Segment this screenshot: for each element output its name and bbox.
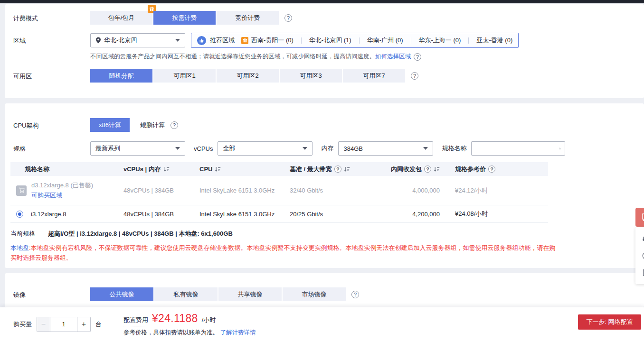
how-to-choose-region-link[interactable]: 如何选择区域 xyxy=(375,53,411,61)
help-center-button[interactable]: ? xyxy=(635,247,644,264)
memory-filter-label: 内存 xyxy=(321,144,333,153)
region-option-shanghai1[interactable]: 华东-上海一 (0) xyxy=(419,36,461,45)
billing-help-icon[interactable]: ? xyxy=(284,14,292,22)
billing-mode-tabs: 包年/包月 按需计费 竞价计费 xyxy=(90,11,279,25)
divider xyxy=(301,37,302,44)
current-spec-row: 当前规格 超高I/O型 | i3.12xlarge.8 | 48vCPUs | … xyxy=(10,230,644,238)
quantity-input[interactable] xyxy=(50,317,77,332)
image-config-card: 镜像 公共镜像 私有镜像 共享镜像 市场镜像 ? xyxy=(5,273,644,307)
billing-mode-label: 计费模式 xyxy=(5,11,90,23)
quantity-decrease-button[interactable]: − xyxy=(37,317,50,332)
soldout-cart-icon xyxy=(16,185,27,196)
az-tabs: 随机分配 可用区1 可用区2 可用区3 可用区7 xyxy=(90,69,405,83)
current-spec-label: 当前规格 xyxy=(10,230,48,238)
chevron-down-icon xyxy=(175,147,180,150)
az-help-icon[interactable]: ? xyxy=(411,72,418,80)
current-spec-value: 超高I/O型 | i3.12xlarge.8 | 48vCPUs | 384GB… xyxy=(48,230,233,238)
col-header-pps: 内网收发包 ? xyxy=(361,165,451,174)
image-help-icon[interactable]: ? xyxy=(351,291,359,298)
col-header-cpu: CPU xyxy=(199,166,290,173)
region-select[interactable]: 华北-北京四 xyxy=(90,33,185,47)
feedback-button[interactable] xyxy=(635,264,644,281)
local-disk-link[interactable]: 本地盘 xyxy=(10,244,29,251)
tab-spot[interactable]: 竞价计费 xyxy=(217,11,279,25)
flavor-vcpu-mem: 48vCPUs | 384GB xyxy=(123,211,199,218)
divider xyxy=(411,37,411,44)
flavor-row-d3[interactable]: d3.12xlarge.8 (已售罄) 可购买区域 48vCPUs | 384G… xyxy=(10,176,548,205)
quantity-increase-button[interactable]: + xyxy=(77,317,90,332)
gift-promo-icon xyxy=(241,37,248,44)
region-label: 区域 xyxy=(5,33,90,45)
region-select-value: 华北-北京四 xyxy=(104,36,172,45)
tab-prepaid[interactable]: 包年/包月 xyxy=(90,11,152,25)
series-select[interactable]: 最新系列 xyxy=(90,141,185,156)
billing-details-link[interactable]: 了解计费详情 xyxy=(220,329,256,336)
az-label: 可用区 xyxy=(5,69,90,81)
hotline-button[interactable] xyxy=(635,230,644,247)
flavor-name: d3.12xlarge.8 (已售罄) xyxy=(31,181,93,190)
chevron-down-icon xyxy=(303,147,307,150)
cpu-arch-help-icon[interactable]: ? xyxy=(170,121,178,129)
basic-config-card: 计费模式 包年/包月 按需计费 竞价计费 ? 区域 华北-北京四 推荐区域 xyxy=(5,4,644,98)
fee-block: 配置费用 ¥24.1188 /小时 参考价格，具体扣费请以账单为准。 了解计费详… xyxy=(123,312,256,337)
sort-icon[interactable] xyxy=(434,166,440,172)
next-step-button[interactable]: 下一步: 网络配置 xyxy=(578,314,641,330)
config-fee-label: 配置费用 xyxy=(123,316,148,326)
sort-icon[interactable] xyxy=(344,166,350,172)
tab-ondemand[interactable]: 按需计费 xyxy=(153,11,216,25)
region-option-guangzhou[interactable]: 华南-广州 (0) xyxy=(367,36,403,45)
spec-label: 规格 xyxy=(5,141,90,153)
purchase-footer-bar: 购买量 − + 台 配置费用 ¥24.1188 /小时 参考价格，具体扣费请以账… xyxy=(0,307,644,341)
headset-icon xyxy=(642,235,644,242)
image-tab-public[interactable]: 公共镜像 xyxy=(90,287,153,301)
flavor-bandwidth: 32/40 Gbit/s xyxy=(290,187,361,194)
region-option-hongkong[interactable]: 亚太-香港 (0) xyxy=(476,36,512,45)
region-option-beijing4[interactable]: 华北-北京四 (1) xyxy=(309,36,351,45)
chat-support-button[interactable] xyxy=(635,208,644,227)
flavor-pps: 4,000,000 xyxy=(361,187,451,194)
config-fee-unit: /小时 xyxy=(202,316,216,324)
flavor-cpu: Intel SkyLake 6151 3.0GHz xyxy=(199,187,290,194)
pps-help-icon[interactable]: ? xyxy=(424,166,431,173)
az-tab-3[interactable]: 可用区3 xyxy=(280,69,342,83)
spec-name-search-input[interactable] xyxy=(475,142,559,155)
cpu-arch-kunpeng-button[interactable]: 鲲鹏计算 xyxy=(140,118,165,132)
az-tab-7[interactable]: 可用区7 xyxy=(343,69,405,83)
search-icon[interactable] xyxy=(559,145,561,152)
flavor-table-header: 规格名称 vCPUs | 内存 CPU 基准 / 最大带宽 ? 内网收发包 ? … xyxy=(10,162,548,176)
az-tab-2[interactable]: 可用区2 xyxy=(217,69,279,83)
vcpus-select[interactable]: 全部 xyxy=(218,141,313,156)
col-header-name: 规格名称 xyxy=(10,165,123,174)
region-hint: 不同区域的云服务产品之间内网互不相通；请就近选择靠近您业务的区域，可减少网络时延… xyxy=(90,53,644,61)
price-help-icon[interactable]: ? xyxy=(488,166,495,173)
memory-select[interactable]: 384GB xyxy=(338,141,433,156)
radio-selected-icon[interactable] xyxy=(16,211,23,218)
vcpus-filter-label: vCPUs xyxy=(194,145,213,152)
spec-name-filter-label: 规格名称 xyxy=(442,144,466,153)
chevron-down-icon xyxy=(175,39,180,42)
chevron-down-icon xyxy=(423,147,428,150)
region-option-guiyang[interactable]: 西南-贵阳一 (0) xyxy=(241,36,294,45)
image-tab-marketplace[interactable]: 市场镜像 xyxy=(283,287,346,301)
image-tab-private[interactable]: 私有镜像 xyxy=(154,287,218,301)
sort-icon[interactable] xyxy=(163,166,170,172)
flavor-cpu: Intel SkyLake 6151 3.0GHz xyxy=(199,211,290,218)
sort-icon[interactable] xyxy=(215,166,221,172)
divider xyxy=(468,37,469,44)
bandwidth-help-icon[interactable]: ? xyxy=(334,166,341,173)
top-browser-bar xyxy=(0,0,644,3)
flavor-row-i3[interactable]: i3.12xlarge.8 48vCPUs | 384GB Intel SkyL… xyxy=(10,205,548,223)
az-tab-random[interactable]: 随机分配 xyxy=(90,69,152,83)
divider xyxy=(359,37,360,44)
spec-name-search xyxy=(471,141,565,156)
az-tab-1[interactable]: 可用区1 xyxy=(153,69,216,83)
purchasable-regions-link[interactable]: 可购买区域 xyxy=(31,191,93,200)
chat-bubble-icon xyxy=(642,213,644,221)
spec-config-card: CPU架构 x86计算 鲲鹏计算 ? 规格 最新系列 vCPUs 全部 内存 3… xyxy=(5,103,644,268)
flavor-table: 规格名称 vCPUs | 内存 CPU 基准 / 最大带宽 ? 内网收发包 ? … xyxy=(10,162,548,223)
cpu-arch-label: CPU架构 xyxy=(5,118,90,130)
cpu-arch-x86-button[interactable]: x86计算 xyxy=(90,118,130,132)
region-hint-help-icon[interactable]: ? xyxy=(414,53,421,61)
image-tab-shared[interactable]: 共享镜像 xyxy=(218,287,282,301)
thumbs-up-icon xyxy=(197,36,206,45)
